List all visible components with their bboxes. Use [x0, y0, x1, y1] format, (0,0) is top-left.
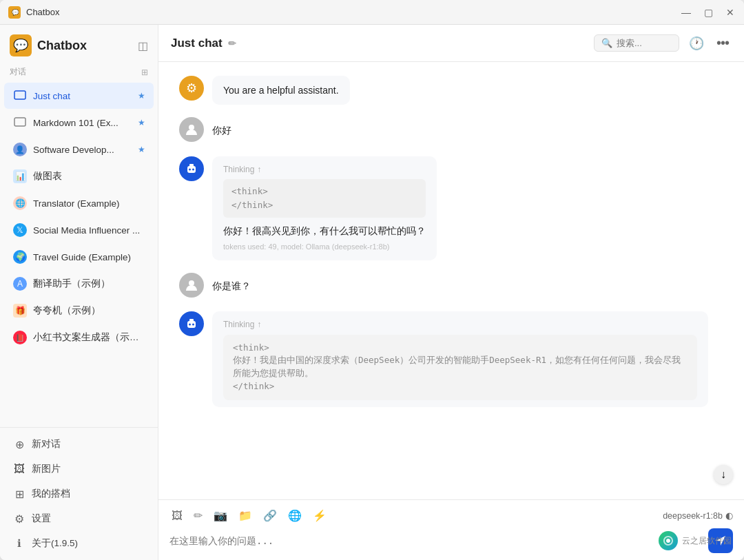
- edit-title-icon[interactable]: ✏: [228, 38, 236, 49]
- sidebar-bottom-label: 我的搭档: [32, 488, 70, 500]
- star-icon: ★: [138, 145, 145, 154]
- model-selector[interactable]: deepseek-r1:8b ◐: [663, 510, 733, 521]
- sidebar: 💬 Chatbox ◫ 对话 ⊞ Just chat ★: [0, 25, 158, 560]
- sidebar-bottom-label: 关于(1.9.5): [32, 537, 78, 550]
- sidebar-item-label: 做图表: [33, 170, 145, 183]
- watermark: 云之居软件园: [659, 531, 732, 550]
- translate-icon: 🌐: [12, 196, 28, 211]
- thinking-label: Thinking ↑: [223, 163, 426, 176]
- bot-avatar: [179, 156, 204, 181]
- watermark-logo-icon: [659, 531, 678, 550]
- settings-button[interactable]: ⚙ 设置: [4, 506, 154, 531]
- link-button[interactable]: 🔗: [261, 507, 279, 524]
- maximize-button[interactable]: ▢: [703, 7, 714, 18]
- system-message-text: You are a helpful assistant.: [223, 85, 339, 96]
- sidebar-collapse-button[interactable]: ◫: [138, 39, 148, 52]
- sidebar-item-just-chat[interactable]: Just chat ★: [4, 83, 154, 109]
- new-convo-icon[interactable]: ⊞: [141, 68, 148, 77]
- model-name: deepseek-r1:8b: [663, 511, 723, 521]
- svg-rect-3: [14, 118, 25, 126]
- sidebar-item-markdown[interactable]: Markdown 101 (Ex... ★: [4, 110, 154, 136]
- settings-sliders-button[interactable]: ⚡: [311, 507, 329, 524]
- chat-area: Just chat ✏ 🔍 🕐 ••• ⚙ You ar: [158, 25, 744, 560]
- svg-point-9: [189, 280, 194, 286]
- sidebar-bottom-label: 新图片: [32, 463, 61, 475]
- photo-button[interactable]: 📷: [211, 507, 229, 524]
- image-icon: 🖼: [12, 462, 26, 476]
- person-icon: 👤: [12, 142, 28, 157]
- chat-title: Just chat ✏: [171, 37, 236, 50]
- sidebar-bottom: ⊕ 新对话 🖼 新图片 ⊞ 我的搭档 ⚙ 设置 ℹ 关于(1.9.5): [0, 427, 158, 560]
- my-partner-button[interactable]: ⊞ 我的搭档: [4, 481, 154, 506]
- globe-icon: 🌍: [12, 249, 28, 265]
- new-image-button[interactable]: 🖼 新图片: [4, 457, 154, 481]
- sidebar-item-label: Software Develop...: [33, 145, 135, 155]
- message-row: ⚙ You are a helpful assistant.: [179, 76, 723, 105]
- red-circle-icon: 📕: [12, 330, 28, 345]
- user-message-bubble: 你好: [212, 117, 231, 143]
- sidebar-item-label: 翻译助手（示例）: [33, 278, 145, 290]
- sidebar-item-label: Travel Guide (Example): [33, 252, 145, 262]
- minimize-button[interactable]: —: [681, 7, 692, 18]
- bot-thinking-message-bubble: Thinking ↑ <think> 你好！我是由中国的深度求索（DeepSee…: [212, 311, 708, 406]
- message-meta: tokens used: 49, model: Ollama (deepseek…: [223, 241, 426, 253]
- user-message-text: 你好: [212, 125, 231, 136]
- user-message-bubble: 你是谁？: [212, 273, 251, 299]
- svg-rect-11: [189, 319, 194, 322]
- system-avatar: ⚙: [179, 76, 204, 101]
- folder-button[interactable]: 📁: [236, 507, 254, 524]
- svg-point-4: [189, 125, 194, 130]
- info-icon: ℹ: [12, 537, 26, 550]
- thinking-label: Thinking ↑: [223, 318, 697, 331]
- eraser-button[interactable]: ✏: [192, 507, 205, 524]
- bot-message-text: 你好！很高兴见到你，有什么我可以帮忙的吗？: [223, 223, 426, 238]
- new-chat-button[interactable]: ⊕ 新对话: [4, 432, 154, 457]
- gift-icon: 🎁: [12, 303, 28, 318]
- sidebar-item-fanyi[interactable]: A 翻译助手（示例）: [4, 271, 154, 297]
- history-icon[interactable]: 🕐: [686, 33, 707, 54]
- sidebar-item-label: Translator (Example): [33, 198, 145, 209]
- sidebar-logo-text: Chatbox: [37, 39, 87, 53]
- titlebar: 💬 Chatbox — ▢ ✕: [0, 0, 744, 25]
- sidebar-bottom-label: 新对话: [32, 438, 61, 450]
- app-icon: 💬: [8, 6, 21, 19]
- chat-input-area: 🖼 ✏ 📷 📁 🔗 🌐 ⚡ deepseek-r1:8b ◐: [158, 499, 744, 560]
- message-row: 你是谁？: [179, 273, 723, 299]
- search-box[interactable]: 🔍: [594, 34, 679, 52]
- chat-input[interactable]: [169, 531, 701, 550]
- star-icon: ★: [138, 118, 145, 127]
- chat-header-actions: 🔍 🕐 •••: [594, 32, 732, 54]
- sidebar-item-xiaohongshu[interactable]: 📕 小红书文案生成器（示例）: [4, 324, 154, 351]
- sidebar-item-kuakua[interactable]: 🎁 夸夸机（示例）: [4, 298, 154, 324]
- thinking-box: <think> </think>: [223, 179, 426, 218]
- svg-point-7: [189, 168, 191, 170]
- chat-header: Just chat ✏ 🔍 🕐 •••: [158, 25, 744, 62]
- twitter-icon: 𝕏: [12, 222, 28, 238]
- image-input-button[interactable]: 🖼: [169, 508, 185, 524]
- sidebar-item-label: 夸夸机（示例）: [33, 304, 145, 317]
- more-options-icon[interactable]: •••: [714, 32, 732, 54]
- translate-blue-icon: A: [12, 276, 28, 291]
- svg-rect-10: [187, 321, 196, 328]
- chat-icon: [12, 88, 28, 103]
- sidebar-bottom-label: 设置: [32, 512, 51, 525]
- sidebar-header: 💬 Chatbox ◫: [0, 25, 158, 62]
- sidebar-item-software-dev[interactable]: 👤 Software Develop... ★: [4, 136, 154, 163]
- svg-point-8: [192, 168, 194, 170]
- scroll-to-bottom-button[interactable]: ↓: [714, 465, 733, 484]
- user-avatar: [179, 117, 204, 142]
- svg-rect-2: [14, 91, 25, 99]
- about-button[interactable]: ℹ 关于(1.9.5): [4, 531, 154, 556]
- close-button[interactable]: ✕: [725, 7, 736, 18]
- logo-icon: 💬: [10, 34, 32, 56]
- sidebar-item-social-media[interactable]: 𝕏 Social Media Influencer ...: [4, 217, 154, 243]
- bot-message-bubble: Thinking ↑ <think> </think> 你好！很高兴见到你，有什…: [212, 156, 437, 260]
- sidebar-item-travel-guide[interactable]: 🌍 Travel Guide (Example): [4, 244, 154, 270]
- plus-circle-icon: ⊕: [12, 437, 26, 451]
- system-message-bubble: You are a helpful assistant.: [212, 76, 350, 105]
- globe-button[interactable]: 🌐: [286, 507, 304, 524]
- user-avatar: [179, 273, 204, 298]
- sidebar-item-translator[interactable]: 🌐 Translator (Example): [4, 190, 154, 216]
- sidebar-item-chart[interactable]: 📊 做图表: [4, 163, 154, 189]
- search-input[interactable]: [617, 38, 672, 48]
